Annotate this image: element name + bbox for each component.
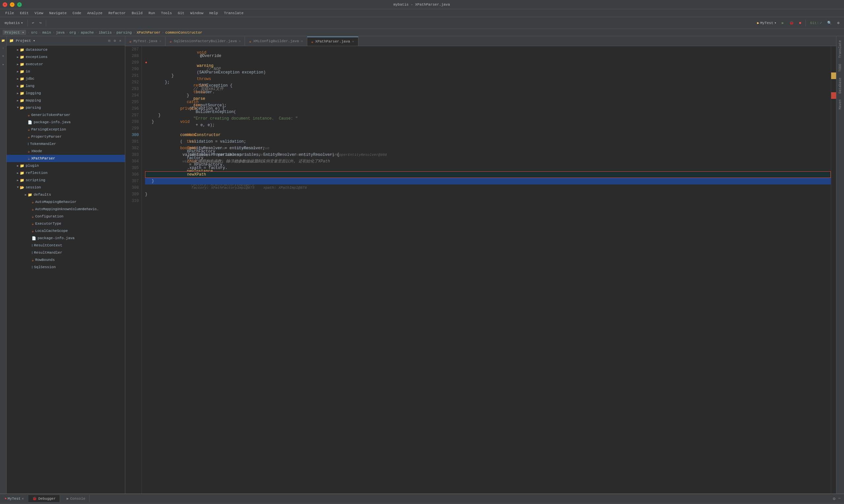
- menu-code[interactable]: Code: [70, 11, 84, 16]
- tree-item-localcachescope[interactable]: ☕ LocalCacheScope: [6, 227, 125, 235]
- tree-item-defaults[interactable]: ▶ 📁 defaults: [6, 191, 125, 198]
- structure-icon[interactable]: ≡: [0, 53, 6, 59]
- tree-item-reflection[interactable]: ▶ 📁 reflection: [6, 169, 125, 177]
- tree-item-generictokenparser[interactable]: ☕ GenericTokenParser: [6, 111, 125, 119]
- tree-item-package-info[interactable]: 📄 package-info.java: [6, 119, 125, 126]
- stop-button[interactable]: ■: [797, 20, 804, 26]
- tree-item-jdbc[interactable]: ▶ 📁 jdbc: [6, 75, 125, 82]
- tree-item-io[interactable]: ▶ 📁 io: [6, 68, 125, 75]
- menu-git[interactable]: Git: [175, 11, 187, 16]
- tree-item-logging[interactable]: ▶ 📁 logging: [6, 90, 125, 97]
- tree-label: executor: [26, 62, 43, 66]
- close-panel-button[interactable]: ✕: [118, 38, 122, 43]
- tree-item-executortype[interactable]: ☕ ExecutorType: [6, 220, 125, 227]
- tree-item-mapping[interactable]: ▶ 📁 mapping: [6, 97, 125, 104]
- debug-button[interactable]: 🐞: [787, 20, 796, 26]
- tree-item-plugin[interactable]: ▶ 📁 plugin: [6, 162, 125, 169]
- project-selector[interactable]: mybatis ▾: [3, 20, 25, 26]
- debug-close-button[interactable]: −: [838, 496, 841, 502]
- tree-item-exceptions[interactable]: ▶ 📁 exceptions: [6, 53, 125, 60]
- tree-item-automappingbehavior[interactable]: ☕ AutoMappingBehavior: [6, 198, 125, 205]
- minimize-button[interactable]: −: [10, 2, 15, 7]
- git-status[interactable]: Git: ✓: [808, 20, 824, 26]
- favorites-icon[interactable]: ★: [0, 61, 6, 67]
- tab-close-sf[interactable]: ✕: [239, 39, 241, 43]
- breadcrumb-xpathparser[interactable]: XPathParser: [137, 31, 160, 35]
- run-config-selector[interactable]: ▶ MyTest ▾: [755, 20, 778, 26]
- tree-label: PropertyParser: [31, 135, 62, 139]
- menu-navigate[interactable]: Navigate: [47, 11, 69, 16]
- tab-sqlsessionfactorybuilder[interactable]: ☕ SqlSessionFactoryBuilder.java ✕: [166, 37, 245, 46]
- menu-refactor[interactable]: Refactor: [106, 11, 128, 16]
- tree-item-session[interactable]: ▼ 📂 session: [6, 184, 125, 191]
- debug-settings-button[interactable]: ⚙: [832, 496, 836, 502]
- breadcrumb-src[interactable]: src: [31, 31, 38, 35]
- debug-session-indicator[interactable]: ● MyTest ✕: [3, 497, 26, 501]
- code-line-310: [145, 198, 831, 204]
- settings-button[interactable]: ⚙: [835, 20, 841, 26]
- folder-icon: 📂: [20, 106, 24, 110]
- far-right-tab-database[interactable]: Database: [838, 75, 843, 96]
- far-right-tab-todo[interactable]: TODO: [838, 61, 843, 74]
- menu-analyze[interactable]: Analyze: [84, 11, 105, 16]
- tree-item-propertyparser[interactable]: ☕ PropertyParser: [6, 133, 125, 140]
- debug-session-close[interactable]: ✕: [22, 497, 24, 501]
- tree-item-package-info-2[interactable]: 📄 package-info.java: [6, 235, 125, 242]
- run-button[interactable]: ▶: [780, 20, 786, 26]
- maximize-button[interactable]: +: [17, 2, 22, 7]
- toolbar-redo[interactable]: ↪: [37, 20, 44, 26]
- tree-item-xpathparser[interactable]: ☕ XPathParser: [6, 155, 125, 162]
- debug-tab-debugger[interactable]: 🐞 Debugger: [28, 495, 60, 502]
- tab-close-mytest[interactable]: ✕: [159, 39, 161, 43]
- debug-tab-console[interactable]: ▶ Console: [63, 495, 90, 502]
- project-icon[interactable]: 📁: [0, 38, 6, 43]
- tree-item-parsing[interactable]: ▼ 📂 parsing: [6, 104, 125, 111]
- tree-item-resultcontext[interactable]: Ⅰ ResultContext: [6, 242, 125, 249]
- menu-help[interactable]: Help: [207, 11, 221, 16]
- menu-translate[interactable]: Translate: [221, 11, 246, 16]
- menu-edit[interactable]: Edit: [17, 11, 31, 16]
- breadcrumb-commonconstructor[interactable]: commonConstructor: [165, 31, 202, 35]
- breadcrumb-ibatis[interactable]: ibatis: [99, 31, 112, 35]
- menu-file[interactable]: File: [3, 11, 16, 16]
- tab-close-xpath[interactable]: ✕: [352, 39, 354, 43]
- breadcrumb-java[interactable]: java: [56, 31, 64, 35]
- close-button[interactable]: ✕: [3, 2, 7, 7]
- settings-panel-button[interactable]: ⚙: [113, 38, 117, 43]
- commit-icon[interactable]: ↑: [0, 46, 6, 51]
- breadcrumb-main[interactable]: main: [42, 31, 51, 35]
- breadcrumb-apache[interactable]: apache: [81, 31, 94, 35]
- tab-close-xml[interactable]: ✕: [301, 39, 303, 43]
- tree-item-configuration[interactable]: ☕ Configuration: [6, 213, 125, 220]
- sidebar-label[interactable]: Project ▾: [3, 30, 26, 35]
- tree-item-datasource[interactable]: ▶ 📁 datasource: [6, 46, 125, 53]
- menu-view[interactable]: View: [32, 11, 46, 16]
- search-everywhere[interactable]: 🔍: [825, 20, 834, 26]
- tree-item-sqlsession[interactable]: Ⅰ SqlSession: [6, 264, 125, 271]
- tree-item-executor[interactable]: ▶ 📁 executor: [6, 60, 125, 68]
- tree-item-lang[interactable]: ▶ 📁 lang: [6, 82, 125, 90]
- menu-build[interactable]: Build: [129, 11, 145, 16]
- collapse-all-button[interactable]: ⊟: [107, 38, 111, 43]
- far-right-tab-translate[interactable]: Translate: [838, 38, 843, 60]
- breadcrumb-parsing[interactable]: parsing: [116, 31, 132, 35]
- tree-item-scripting[interactable]: ▶ 📁 scripting: [6, 177, 125, 184]
- tree-item-xnode[interactable]: ☕ XNode: [6, 148, 125, 155]
- tab-mytest[interactable]: ☕ MyTest.java ✕: [125, 37, 166, 46]
- tree-item-tokenhandler[interactable]: Ⅰ TokenHandler: [6, 140, 125, 148]
- code-area[interactable]: @Override ● public void warning (SAXPars…: [142, 46, 831, 493]
- tree-item-resulthandler[interactable]: Ⅰ ResultHandler: [6, 249, 125, 256]
- far-right-tab-maven[interactable]: Maven: [838, 97, 843, 112]
- toolbar-undo[interactable]: ↩: [30, 20, 36, 26]
- tree-label: AutoMappingUnknownColumnBehavio…: [35, 208, 99, 211]
- tree-item-rowbounds[interactable]: ☕ RowBounds: [6, 256, 125, 264]
- tree-item-automappingunk[interactable]: ☕ AutoMappingUnknownColumnBehavio…: [6, 205, 125, 213]
- xml-file-icon-2: 📄: [32, 236, 36, 240]
- menu-run[interactable]: Run: [146, 11, 158, 16]
- menu-window[interactable]: Window: [188, 11, 206, 16]
- tree-item-parsingexception[interactable]: ☕ ParsingException: [6, 126, 125, 133]
- menu-tools[interactable]: Tools: [158, 11, 174, 16]
- tab-xpathparser[interactable]: ☕ XPathParser.java ✕: [307, 37, 358, 46]
- breadcrumb-org[interactable]: org: [70, 31, 76, 35]
- tab-xmlconfigbuilder[interactable]: ☕ XMLConfigBuilder.java ✕: [245, 37, 307, 46]
